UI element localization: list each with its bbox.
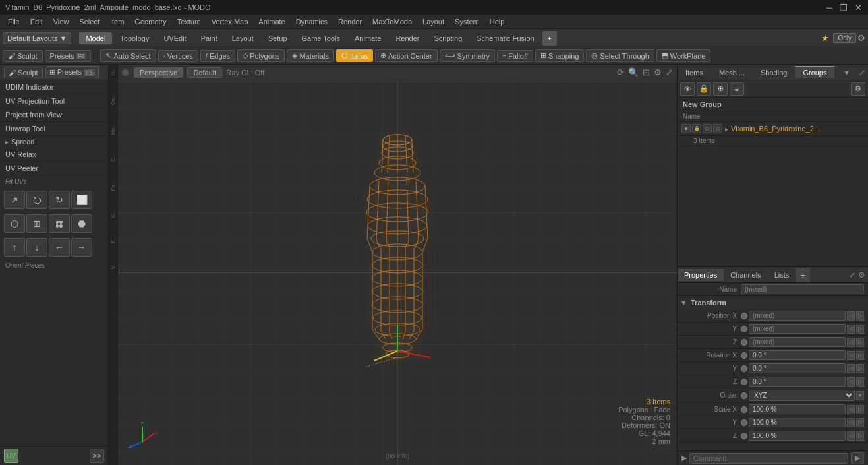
symmetry-button[interactable]: ⟺ Symmetry — [440, 49, 496, 62]
menu-vertex-map[interactable]: Vertex Map — [206, 16, 254, 27]
snapping-button[interactable]: ⊞ Snapping — [535, 49, 585, 62]
position-z-left-btn[interactable]: ◁ — [847, 338, 855, 347]
menu-system[interactable]: System — [449, 16, 484, 27]
items-tb-btn4[interactable]: ≡ — [730, 82, 744, 96]
project-from-view-tool[interactable]: Project from View — [0, 108, 108, 122]
menu-dynamics[interactable]: Dynamics — [291, 16, 333, 27]
rotation-z-right-btn[interactable]: ▷ — [856, 377, 864, 387]
tab-properties[interactable]: Properties — [678, 269, 724, 281]
menu-select[interactable]: Select — [74, 16, 105, 27]
menu-item[interactable]: Item — [105, 16, 129, 27]
menu-file[interactable]: File — [3, 16, 25, 27]
item-extra-icon1[interactable]: ⬡ — [703, 124, 712, 133]
tab-paint[interactable]: Paint — [194, 32, 224, 44]
item-eye-icon[interactable]: 👁 — [681, 124, 691, 133]
rotation-x-value[interactable]: 0.0 ° — [749, 350, 846, 360]
tab-mesh[interactable]: Mesh ... — [711, 67, 753, 78]
minimize-button[interactable]: ─ — [825, 3, 834, 12]
props-gear-icon[interactable]: ⚙ — [858, 270, 865, 280]
item-expand-arrow[interactable]: ▸ — [725, 125, 728, 133]
props-expand-icon[interactable]: ⤢ — [849, 270, 855, 280]
tool-icon-down[interactable]: ↓ — [26, 238, 47, 257]
menu-texture[interactable]: Texture — [172, 16, 206, 27]
rotation-z-anim-dot[interactable] — [741, 379, 747, 385]
position-z-anim-dot[interactable] — [741, 339, 747, 346]
right-cmd-run-button[interactable]: ▶ — [851, 452, 864, 464]
items-button[interactable]: ⬡ Items — [336, 49, 373, 62]
scale-y-left-btn[interactable]: ◁ — [847, 418, 855, 427]
tab-shading[interactable]: Shading — [753, 67, 795, 78]
edges-button[interactable]: / Edges — [200, 50, 235, 62]
menu-render[interactable]: Render — [333, 16, 367, 27]
tab-game-tools[interactable]: Game Tools — [295, 32, 347, 44]
position-y-right-btn[interactable]: ▷ — [856, 325, 864, 334]
materials-button[interactable]: ◈ Materials — [287, 49, 334, 62]
polygons-button[interactable]: ◇ Polygons — [237, 49, 285, 62]
tab-uvedit[interactable]: UVEdit — [157, 32, 192, 44]
uv-mode-button[interactable]: UV — [4, 449, 18, 463]
tool-icon-3[interactable]: ↻ — [49, 191, 70, 209]
tool-icon-up[interactable]: ↑ — [4, 238, 25, 257]
presets-tool-button[interactable]: ⊞ Presets F6 — [45, 66, 99, 78]
presets-button[interactable]: Presets F6 — [45, 50, 92, 62]
order-anim-dot[interactable] — [741, 392, 747, 399]
rotation-z-left-btn[interactable]: ◁ — [847, 377, 855, 387]
scale-x-left-btn[interactable]: ◁ — [847, 405, 855, 414]
position-y-left-btn[interactable]: ◁ — [847, 325, 855, 334]
gear-icon[interactable]: ⚙ — [857, 33, 865, 43]
scale-x-right-btn[interactable]: ▷ — [856, 405, 864, 414]
tab-items[interactable]: Items — [678, 67, 711, 78]
tab-animate[interactable]: Animate — [348, 32, 388, 44]
tab-groups[interactable]: Groups — [795, 66, 834, 78]
menu-maxtomodo[interactable]: MaxToModo — [367, 16, 417, 27]
vertices-button[interactable]: · Vertices — [158, 50, 198, 62]
menu-edit[interactable]: Edit — [25, 16, 48, 27]
close-button[interactable]: ✕ — [854, 3, 863, 12]
order-select[interactable]: XYZ XZY YXZ — [749, 390, 855, 401]
scale-z-right-btn[interactable]: ▷ — [856, 431, 864, 441]
tab-lists[interactable]: Lists — [768, 269, 796, 281]
rotation-y-left-btn[interactable]: ◁ — [847, 364, 855, 373]
position-y-anim-dot[interactable] — [741, 326, 747, 332]
maximize-viewport-icon[interactable]: ⊡ — [643, 67, 650, 77]
right-cmd-input[interactable] — [689, 453, 848, 464]
tool-icon-8[interactable]: ⬣ — [71, 214, 92, 233]
viewport-ray-label[interactable]: Ray GL: Off — [226, 69, 264, 77]
tool-icon-4[interactable]: ⬜ — [71, 191, 92, 209]
expand-panel-button[interactable]: >> — [90, 449, 104, 463]
items-tb-btn3[interactable]: ⊕ — [713, 82, 728, 96]
position-x-anim-dot[interactable] — [741, 313, 747, 319]
tab-schematic-fusion[interactable]: Schematic Fusion — [470, 32, 540, 44]
order-expand-btn[interactable]: ▾ — [856, 391, 864, 400]
item-lock-icon[interactable]: 🔒 — [692, 124, 701, 133]
scale-z-value[interactable]: 100.0 % — [749, 431, 846, 441]
name-prop-value[interactable]: (mixed) — [741, 284, 864, 294]
position-z-value[interactable]: (mixed) — [749, 337, 846, 347]
viewport-expand-icon[interactable]: ⤢ — [666, 67, 673, 77]
menu-view[interactable]: View — [48, 16, 74, 27]
position-x-right-btn[interactable]: ▷ — [856, 311, 864, 321]
item-row-vitamin[interactable]: 👁 🔒 ⬡ □ ▸ Vitamin_B6_Pyridoxine_2... — [678, 122, 868, 136]
tab-more-icon[interactable]: ▼ — [838, 67, 855, 78]
position-z-right-btn[interactable]: ▷ — [856, 338, 864, 347]
tab-model[interactable]: Model — [79, 32, 112, 44]
scale-z-anim-dot[interactable] — [741, 433, 747, 439]
rotate-icon[interactable]: ⟳ — [617, 67, 624, 77]
zoom-icon[interactable]: 🔍 — [628, 67, 639, 77]
unwrap-tool[interactable]: Unwrap Tool — [0, 122, 108, 136]
menu-geometry[interactable]: Geometry — [129, 16, 171, 27]
scale-z-left-btn[interactable]: ◁ — [847, 431, 855, 441]
position-x-value[interactable]: (mixed) — [749, 311, 846, 321]
viewport-style-label[interactable]: Default — [187, 67, 222, 78]
tab-topology[interactable]: Topology — [113, 32, 156, 44]
menu-help[interactable]: Help — [484, 16, 510, 27]
add-tab-button[interactable]: + — [542, 31, 557, 46]
sculpt-tool-button[interactable]: 🖌 Sculpt — [4, 67, 43, 78]
eye-toggle-button[interactable]: 👁 — [680, 82, 695, 96]
tab-render[interactable]: Render — [389, 32, 426, 44]
rotation-x-left-btn[interactable]: ◁ — [847, 351, 855, 360]
tool-icon-2[interactable]: ⭮ — [26, 191, 47, 209]
rotation-x-right-btn[interactable]: ▷ — [856, 351, 864, 360]
menu-layout[interactable]: Layout — [417, 16, 449, 27]
scale-y-value[interactable]: 100.0 % — [749, 418, 846, 427]
